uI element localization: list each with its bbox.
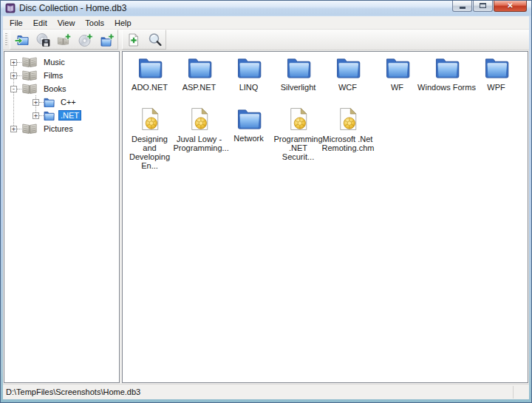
shelf-icon bbox=[21, 123, 38, 135]
item-label: Microsoft .Net Remoting.chm bbox=[322, 135, 374, 152]
item-label: Windows Forms bbox=[417, 83, 476, 92]
toolbar-gripper[interactable] bbox=[5, 33, 7, 46]
tree-item-music[interactable]: + Music bbox=[4, 55, 119, 69]
tree-item-label[interactable]: Films bbox=[41, 70, 65, 81]
tree-item-label[interactable]: C++ bbox=[58, 97, 78, 107]
status-bar: D:\TempFiles\Screenshots\Home.db3 bbox=[3, 384, 529, 399]
collection-tree-panel: + Music + Films - bbox=[4, 51, 120, 383]
toolbar bbox=[3, 30, 529, 50]
folder-icon bbox=[236, 56, 262, 79]
folder-icon bbox=[484, 56, 509, 79]
app-window: Disc Collection - Home.db3 ✕ File Edit V… bbox=[0, 0, 532, 403]
folder-icon bbox=[187, 56, 212, 79]
minimize-button[interactable] bbox=[452, 1, 472, 12]
menu-edit[interactable]: Edit bbox=[28, 18, 52, 28]
tree-item-label[interactable]: Music bbox=[41, 57, 67, 67]
menu-tools[interactable]: Tools bbox=[80, 18, 109, 28]
expand-plus-icon[interactable]: + bbox=[10, 59, 17, 66]
resize-grip[interactable] bbox=[513, 386, 529, 399]
tree-item-label[interactable]: Books bbox=[41, 84, 69, 94]
item-linq[interactable]: LINQ bbox=[224, 56, 273, 92]
add-file-button[interactable] bbox=[123, 31, 144, 48]
expand-plus-icon[interactable]: + bbox=[33, 99, 39, 106]
expand-plus-icon[interactable]: + bbox=[10, 72, 17, 79]
items-row-2: Designing and Developing En... Juval Low… bbox=[125, 107, 528, 170]
add-folder-icon bbox=[100, 33, 115, 47]
item-label: Silverlight bbox=[281, 83, 316, 92]
client-area: File Edit View Tools Help bbox=[3, 16, 529, 399]
tree-item-pictures[interactable]: + Pictures bbox=[4, 122, 119, 135]
status-path: D:\TempFiles\Screenshots\Home.db3 bbox=[3, 387, 140, 396]
add-shelf-icon bbox=[57, 33, 72, 47]
add-folder-button[interactable] bbox=[96, 31, 117, 48]
close-button[interactable]: ✕ bbox=[494, 1, 527, 12]
menu-file[interactable]: File bbox=[4, 18, 28, 28]
tree-item-label[interactable]: Pictures bbox=[41, 123, 75, 134]
add-shelf-button[interactable] bbox=[53, 31, 75, 48]
close-icon: ✕ bbox=[507, 1, 513, 10]
item-windows-forms[interactable]: Windows Forms bbox=[422, 56, 471, 92]
item-label: WF bbox=[391, 83, 403, 92]
item-designing-developing-book[interactable]: Designing and Developing En... bbox=[125, 107, 174, 170]
folder-icon bbox=[137, 56, 163, 79]
menu-view[interactable]: View bbox=[52, 18, 81, 28]
item-label: Juval Lowy - Programming... bbox=[174, 135, 225, 152]
items-panel: ADO.NET ASP.NET LINQ Silverlight bbox=[122, 51, 528, 383]
open-collection-button[interactable] bbox=[10, 31, 32, 48]
item-wcf[interactable]: WCF bbox=[323, 56, 372, 92]
maximize-button[interactable] bbox=[473, 1, 493, 12]
add-file-icon bbox=[126, 33, 141, 47]
folder-icon bbox=[236, 107, 262, 130]
item-label: WPF bbox=[487, 83, 505, 92]
item-label: Programming .NET Securit... bbox=[273, 135, 323, 161]
minimize-icon bbox=[460, 7, 466, 9]
shelf-icon bbox=[21, 83, 38, 95]
item-aspnet[interactable]: ASP.NET bbox=[174, 56, 224, 92]
tree-item-films[interactable]: + Films bbox=[4, 69, 119, 82]
menu-bar: File Edit View Tools Help bbox=[3, 16, 529, 30]
folder-icon bbox=[44, 97, 55, 107]
content-area: + Music + Films - bbox=[3, 50, 529, 384]
save-button[interactable] bbox=[32, 31, 53, 48]
item-wpf[interactable]: WPF bbox=[471, 56, 521, 92]
add-disc-button[interactable] bbox=[75, 31, 96, 48]
folder-icon bbox=[434, 56, 460, 79]
tree-item-label-selected[interactable]: .NET bbox=[58, 110, 81, 121]
toolbar-band-secondary bbox=[122, 30, 166, 50]
disc-collection-app-icon bbox=[5, 3, 16, 13]
item-label: ADO.NET bbox=[132, 83, 168, 92]
tree-item-books[interactable]: - Books bbox=[4, 82, 119, 95]
help-file-icon bbox=[338, 107, 358, 131]
folder-icon bbox=[286, 56, 311, 79]
item-network[interactable]: Network bbox=[224, 107, 273, 170]
item-label: ASP.NET bbox=[183, 83, 216, 92]
tree-item-dotnet[interactable]: + .NET bbox=[4, 109, 119, 122]
save-disc-icon bbox=[35, 33, 50, 47]
maximize-icon bbox=[480, 3, 486, 8]
item-programming-net-security-book[interactable]: Programming .NET Securit... bbox=[273, 107, 323, 170]
shelf-icon bbox=[21, 70, 38, 81]
item-microsoft-net-remoting-book[interactable]: Microsoft .Net Remoting.chm bbox=[323, 107, 372, 170]
add-disc-icon bbox=[78, 33, 93, 47]
open-collection-icon bbox=[14, 33, 29, 47]
folder-icon bbox=[44, 110, 55, 121]
item-wf[interactable]: WF bbox=[372, 56, 422, 92]
help-file-icon bbox=[140, 107, 160, 131]
collapse-minus-icon[interactable]: - bbox=[10, 86, 17, 92]
search-icon bbox=[148, 33, 163, 47]
tree-item-cpp[interactable]: + C++ bbox=[4, 95, 119, 109]
items-row-1: ADO.NET ASP.NET LINQ Silverlight bbox=[125, 56, 528, 92]
toolbar-band-main bbox=[10, 30, 118, 50]
item-adonet[interactable]: ADO.NET bbox=[125, 56, 174, 92]
item-label: Designing and Developing En... bbox=[125, 135, 174, 170]
help-file-icon bbox=[189, 107, 210, 131]
folder-icon bbox=[385, 56, 410, 79]
shelf-icon bbox=[21, 56, 38, 68]
expand-plus-icon[interactable]: + bbox=[33, 112, 39, 119]
item-juval-lowy-book[interactable]: Juval Lowy - Programming... bbox=[174, 107, 224, 170]
menu-help[interactable]: Help bbox=[109, 18, 137, 28]
folder-icon bbox=[335, 56, 361, 79]
search-button[interactable] bbox=[144, 31, 166, 48]
expand-plus-icon[interactable]: + bbox=[10, 126, 17, 132]
item-silverlight[interactable]: Silverlight bbox=[273, 56, 323, 92]
